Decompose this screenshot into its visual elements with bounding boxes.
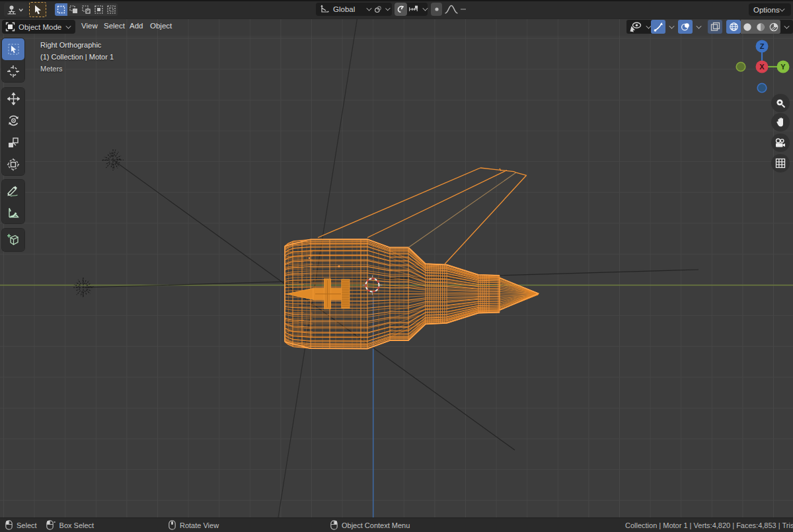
svg-text:X: X [759, 63, 765, 71]
svg-text:Z: Z [760, 42, 765, 50]
svg-text:Y: Y [780, 63, 786, 71]
